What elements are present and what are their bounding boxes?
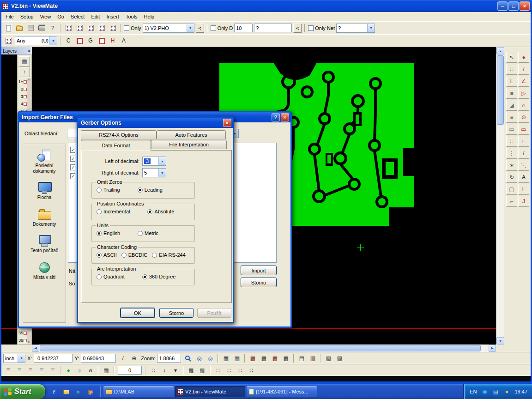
checker-dark-icon[interactable]: ▩: [186, 365, 196, 375]
file-explorer-icon[interactable]: [61, 387, 71, 397]
view-preset-4-icon[interactable]: ≣: [36, 365, 47, 375]
ok-button[interactable]: OK: [121, 308, 155, 318]
underline-tool-icon[interactable]: L: [518, 184, 529, 195]
dcode-red-icon[interactable]: ∷: [213, 365, 223, 375]
select-text-icon[interactable]: A: [119, 36, 129, 46]
view-preset-3-icon[interactable]: ≣: [25, 365, 36, 375]
circle-tool-icon[interactable]: ⊙: [518, 112, 529, 123]
file-icon[interactable]: [70, 164, 75, 170]
horizontal-scroll-thumb[interactable]: [40, 345, 481, 351]
grid-display-icon[interactable]: ▦: [221, 353, 231, 363]
only-dcode-checkbox[interactable]: Only D: [211, 25, 233, 31]
menu-setup[interactable]: Setup: [17, 13, 37, 20]
view-preset-5-icon[interactable]: ≣: [48, 365, 58, 375]
dcode-input[interactable]: 10: [234, 24, 253, 32]
column-tool-icon[interactable]: ⋮: [506, 148, 517, 159]
chevron-down-icon[interactable]: ▼: [367, 24, 375, 32]
menu-edit[interactable]: Edit: [88, 13, 103, 20]
grid-value-input[interactable]: 0: [118, 366, 142, 375]
hatch-tool-icon[interactable]: ≡: [506, 112, 517, 123]
cancel-button[interactable]: Storno: [159, 308, 193, 318]
chevron-down-icon[interactable]: ▼: [158, 157, 166, 165]
hook-tool-icon[interactable]: J: [518, 196, 529, 207]
corner-mark-tool-icon[interactable]: ⌐: [506, 196, 517, 207]
vertical-scroll-thumb[interactable]: [497, 55, 504, 125]
zoom-window-icon[interactable]: ◎: [194, 353, 204, 363]
line-tool-icon[interactable]: /: [518, 64, 529, 75]
shortcut-arrows-icon[interactable]: »: [73, 387, 83, 397]
only-layer-checkbox-box[interactable]: [124, 25, 129, 31]
file-icon[interactable]: [70, 156, 75, 162]
measure-icon[interactable]: /: [118, 353, 128, 363]
only-net-checkbox[interactable]: Only Net: [308, 25, 335, 31]
maximize-button[interactable]: □: [508, 1, 519, 11]
new-file-icon[interactable]: [3, 23, 13, 33]
select-mode-combo[interactable]: Any(U)▼: [15, 36, 57, 45]
radio-eia-rs-244[interactable]: EIA RS-244: [152, 252, 185, 258]
scroll-up-icon[interactable]: ▲: [28, 78, 30, 81]
radio-english[interactable]: English: [97, 230, 120, 236]
dcode-list-icon[interactable]: [74, 23, 85, 33]
board-frame-icon[interactable]: ▨: [334, 353, 345, 363]
scroll-down-icon[interactable]: ▼: [28, 341, 30, 344]
menu-file[interactable]: File: [2, 13, 17, 20]
layer-raise-icon[interactable]: ↑: [19, 67, 30, 77]
composite-view-icon[interactable]: ▥: [308, 353, 318, 363]
dot-grid-icon[interactable]: ∷: [148, 365, 158, 375]
prev-dcode-button[interactable]: <: [293, 24, 302, 33]
scroll-down-icon[interactable]: ▼: [496, 337, 504, 345]
wedge-tool-icon[interactable]: ◢: [506, 100, 517, 111]
only-layer-checkbox[interactable]: Only: [124, 25, 141, 31]
select-tool-icon[interactable]: ↖: [506, 52, 517, 63]
minimize-button[interactable]: –: [497, 1, 508, 11]
radio-incremental[interactable]: Incremental: [97, 209, 130, 214]
traces-filter-icon[interactable]: ▩: [259, 353, 269, 363]
gear-tool-icon[interactable]: ∗: [506, 160, 517, 171]
gerber-dialog-titlebar[interactable]: Gerber Options ×: [78, 118, 233, 128]
horizontal-scrollbar[interactable]: ◀ ▶: [32, 345, 496, 352]
cancel-button[interactable]: Storno: [241, 278, 277, 287]
select-draws-icon[interactable]: [97, 36, 107, 46]
layer-visibility-box[interactable]: [24, 339, 27, 342]
place-tento-po-ta[interactable]: Tento počítač: [24, 235, 65, 254]
radio-leading[interactable]: Leading: [138, 187, 163, 193]
aperture-table-icon[interactable]: [63, 23, 73, 33]
only-net-checkbox-box[interactable]: [308, 25, 314, 31]
pads-filter-icon[interactable]: ▩: [248, 353, 258, 363]
report-icon[interactable]: [108, 23, 118, 33]
radio-quadrant[interactable]: Quadrant: [97, 274, 125, 279]
film-frame-icon[interactable]: ▧: [323, 353, 333, 363]
dotted-diagonal-icon[interactable]: ⋱: [518, 160, 529, 171]
close-icon[interactable]: ×: [28, 48, 30, 54]
browser-icon[interactable]: ◉: [85, 387, 95, 397]
snap-mode-icon[interactable]: ▾: [170, 365, 181, 375]
print-icon[interactable]: [36, 23, 47, 33]
language-indicator[interactable]: EN: [470, 389, 477, 394]
antivirus-tray-icon[interactable]: ●: [502, 387, 512, 397]
help-icon[interactable]: ?: [272, 113, 280, 121]
menu-tools[interactable]: Tools: [122, 13, 141, 20]
dots-tool-icon[interactable]: ∷: [506, 136, 517, 147]
start-button[interactable]: Start: [0, 384, 45, 399]
prev-layer-button[interactable]: <: [196, 24, 204, 33]
save-icon[interactable]: [25, 23, 36, 33]
scroll-up-icon[interactable]: ▲: [496, 47, 504, 54]
rect-tool-icon[interactable]: ▭: [518, 124, 529, 135]
layer-visibility-box[interactable]: [24, 88, 27, 91]
selection-filter-icon[interactable]: [3, 36, 13, 46]
dcode-dark-red-icon[interactable]: ∷: [224, 365, 234, 375]
menu-insert[interactable]: Insert: [103, 13, 122, 20]
outline-tool-icon[interactable]: ▢: [506, 184, 517, 195]
task-button-d-mlab[interactable]: D:\MLAB: [103, 386, 174, 397]
film-settings-icon[interactable]: [85, 23, 96, 33]
select-flashes-icon[interactable]: [74, 36, 85, 46]
messenger-tray-icon[interactable]: ◉: [479, 387, 490, 397]
view-preset-2-icon[interactable]: ≣: [14, 365, 24, 375]
layers-panel-header[interactable]: Layers ×: [1, 47, 32, 54]
radio-ascii[interactable]: ASCII: [97, 252, 117, 258]
menu-help[interactable]: Help: [141, 13, 158, 20]
open-file-icon[interactable]: [14, 23, 24, 33]
place-posledn-dokumenty[interactable]: Poslední dokumenty: [24, 150, 65, 174]
elbow-tool-icon[interactable]: L: [506, 76, 517, 87]
layer-visibility-box[interactable]: [24, 80, 27, 84]
